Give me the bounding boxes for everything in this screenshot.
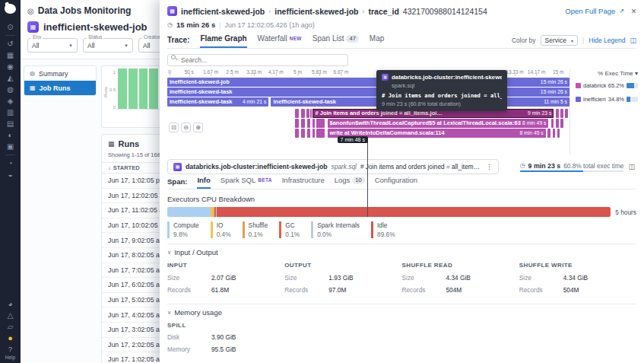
datadog-logo-icon[interactable] [5, 4, 16, 14]
network-icon[interactable]: ◈ [0, 95, 21, 107]
tooltip-type: spark.sql [392, 82, 502, 89]
span-tab[interactable]: Info [197, 176, 210, 189]
span-duration: 9 min 23 s [528, 162, 561, 170]
input-output-header[interactable]: ∨ Input / Output [167, 248, 636, 256]
chart-bar[interactable] [117, 68, 127, 109]
collapse-panel-icon[interactable]: ◫ [628, 163, 635, 170]
flame-span[interactable] [565, 109, 568, 118]
apm-icon[interactable]: ◉ [0, 61, 21, 72]
runs-col-started[interactable]: STARTED [113, 164, 140, 171]
account-icon[interactable]: ● [0, 333, 21, 344]
external-link-icon[interactable]: ↗ [619, 8, 624, 14]
flame-span[interactable] [295, 119, 299, 128]
flame-span[interactable] [316, 129, 325, 138]
zoom-in-button[interactable]: ⊕ [193, 123, 203, 132]
flame-span[interactable]: inefficient-skewed-task 15 min 26 s [167, 88, 569, 97]
chart-bar[interactable] [148, 68, 158, 109]
flame-span[interactable] [295, 129, 299, 138]
integrations-icon[interactable]: ◐ [0, 129, 21, 141]
jobs-monitoring-icon: ◎ [27, 7, 34, 15]
breadcrumb-run[interactable]: inefficient-skewed-job [274, 7, 358, 16]
rail-divider[interactable] [5, 154, 15, 155]
chart-bar[interactable] [128, 68, 138, 109]
flame-span[interactable] [553, 129, 556, 138]
infrastructure-icon[interactable]: ◍ [0, 84, 21, 95]
filter-select[interactable]: Env All ▼ [27, 38, 78, 53]
open-full-page-link[interactable]: Open Full Page [565, 7, 615, 15]
color-by-label: Color by [512, 37, 536, 44]
color-by-select[interactable]: Service ▾ [541, 35, 578, 46]
span-tabs-label: Span: [167, 177, 187, 189]
ci-icon[interactable]: ◕ [0, 298, 21, 310]
flame-span[interactable]: inefficient-skewed-task 4 min 21 s [167, 97, 268, 107]
flame-span[interactable] [547, 129, 550, 138]
service-icon: ▦ [382, 74, 389, 81]
flame-span[interactable] [316, 119, 325, 128]
flame-span[interactable] [306, 109, 309, 118]
span-duration: 4 min 21 s [243, 99, 266, 104]
help-button[interactable]: ? Help [5, 345, 15, 361]
legend-panel-icon[interactable]: ◫ [630, 37, 636, 44]
span-tab[interactable]: Spark SQL BETA [220, 176, 272, 189]
flame-span[interactable] [560, 109, 563, 118]
flame-span[interactable] [312, 129, 315, 138]
filter-select[interactable]: Status All ▼ [83, 38, 133, 53]
flame-span[interactable]: $anonfun$withThreadLocalCaptured$5 at Le… [328, 119, 549, 128]
flame-span[interactable] [312, 119, 315, 128]
flame-span[interactable] [560, 119, 563, 128]
orgs-icon[interactable]: ▱ [0, 321, 21, 333]
legend-sort-header[interactable]: % Exec Time ▾ [576, 70, 638, 77]
flame-span[interactable] [551, 119, 554, 128]
watchdog-icon[interactable]: ↺ [0, 38, 21, 49]
reset-zoom-button[interactable]: ⊡ [169, 123, 179, 132]
flame-span[interactable] [310, 109, 312, 118]
span-tab[interactable]: Infrastructure [282, 176, 325, 189]
close-icon[interactable]: × [631, 6, 636, 17]
flame-span[interactable] [557, 129, 560, 138]
breadcrumb-job[interactable]: inefficient-skewed-job [181, 7, 265, 16]
span-type: spark.sql [332, 163, 357, 170]
hide-legend-link[interactable]: Hide Legend [588, 37, 625, 44]
synthetics-icon[interactable]: ◒ [0, 169, 21, 180]
flame-graph: 050 s1.67 m2.5 m3.33 m4.17 m5 m5.83 m6.6… [167, 69, 638, 154]
flame-span[interactable]: inefficient-skewed-job 15 min 26 s [167, 78, 569, 87]
security-icon[interactable]: ▣ [0, 141, 21, 152]
span-summary[interactable]: ▦ databricks.job-cluster:inefficient-ske… [167, 159, 499, 174]
metrics-icon[interactable]: ◔ [0, 158, 21, 169]
sidebar-nav-item[interactable]: ◍ Summary [24, 66, 96, 81]
tooltip-service: databricks.job-cluster:inefficient-skewe… [392, 74, 502, 81]
filter-value: All [143, 42, 150, 49]
legend-item[interactable]: inefficient-ske... 34.8% [576, 96, 638, 103]
rail-divider[interactable] [5, 35, 15, 36]
monitors-icon[interactable]: ▥ [0, 107, 21, 118]
span-tab[interactable]: Configuration [375, 176, 418, 189]
axis-tick: 15 m [553, 69, 563, 75]
labs-icon[interactable]: △ [0, 310, 21, 321]
flame-span[interactable] [307, 119, 310, 128]
flame-span[interactable] [307, 129, 310, 138]
flame-span[interactable] [556, 109, 559, 118]
span-tab[interactable]: Logs 10 [335, 176, 365, 189]
search-input[interactable] [167, 54, 348, 66]
kebab-menu-icon[interactable]: ⋮ [486, 163, 493, 170]
sidebar-nav-item[interactable]: ▦ Job Runs [24, 81, 96, 95]
memory-usage-header[interactable]: ∨ Memory usage [167, 308, 636, 317]
flame-span[interactable] [301, 129, 305, 138]
error-tracking-icon[interactable]: ◭ [0, 72, 21, 84]
trace-tab[interactable]: Map [370, 34, 384, 48]
trace-tab[interactable]: Flame Graph [200, 34, 246, 48]
flame-span[interactable] [295, 109, 299, 118]
flame-span[interactable] [301, 109, 306, 118]
trace-tab[interactable]: Span List 47 [312, 34, 359, 48]
legend-item[interactable]: databricks.job-... 65.2% [576, 82, 638, 89]
zoom-out-button[interactable]: ⊖ [181, 123, 191, 132]
flame-span[interactable] [556, 119, 559, 128]
trace-tab[interactable]: Waterfall NEW [258, 34, 302, 48]
flame-span[interactable] [301, 119, 305, 128]
search-icon[interactable]: ⊙ [0, 21, 21, 33]
dashboards-icon[interactable]: ▦ [0, 49, 21, 61]
chart-bar[interactable] [138, 68, 148, 109]
sort-icon[interactable]: ↓ [108, 164, 111, 171]
logs-icon[interactable]: ▤ [0, 118, 21, 129]
legend-percent: 65.2% [608, 82, 624, 89]
